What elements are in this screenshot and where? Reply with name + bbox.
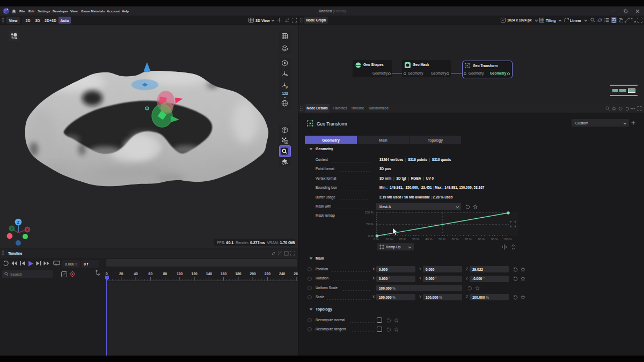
svg-text:20: 20 [119,272,123,276]
svg-text:0: 0 [286,140,287,143]
svg-text:X: X [26,228,29,232]
svg-text:160: 160 [221,272,227,276]
svg-text:200: 200 [250,272,256,276]
svg-text:220: 220 [265,272,271,276]
svg-text:Z: Z [17,220,20,225]
svg-text:180: 180 [235,272,241,276]
svg-text:120: 120 [191,272,197,276]
svg-text:Y: Y [11,227,13,231]
svg-text:140: 140 [206,272,213,276]
svg-text:60: 60 [149,272,153,276]
svg-text:100: 100 [177,272,183,276]
svg-text:80: 80 [163,272,167,276]
svg-text:p: p [286,85,288,89]
svg-text:240: 240 [279,272,286,276]
svg-text:260: 260 [294,272,298,276]
svg-text:40: 40 [134,272,138,276]
